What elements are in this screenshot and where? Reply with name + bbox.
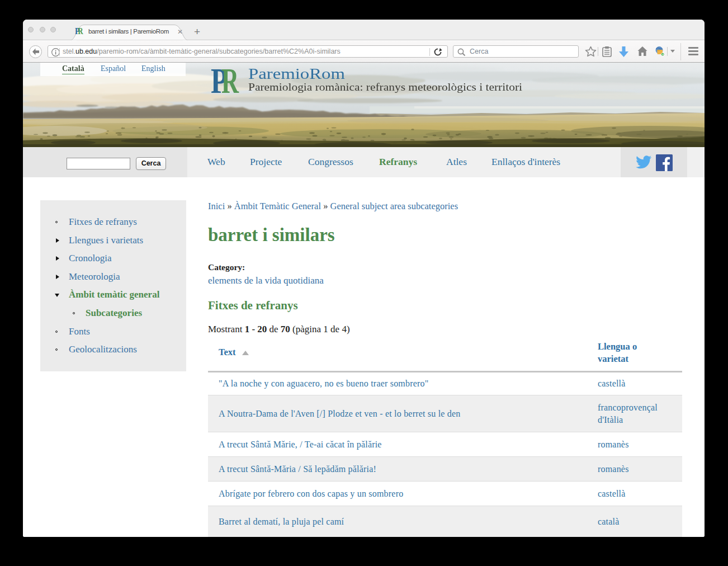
svg-text:Paremiologia romànica: refrany: Paremiologia romànica: refranys meteorol… bbox=[248, 81, 522, 93]
svg-text:R: R bbox=[78, 27, 83, 36]
svg-text:R: R bbox=[221, 66, 239, 101]
